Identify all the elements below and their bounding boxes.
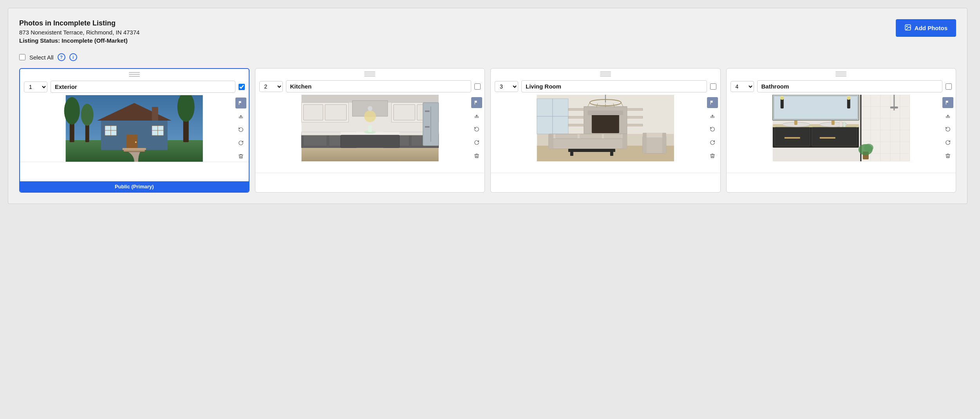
svg-point-5: [64, 97, 80, 125]
card-header: 12345: [727, 78, 956, 95]
svg-rect-27: [301, 146, 438, 161]
card-number-select[interactable]: 12345: [24, 81, 47, 92]
delete-button[interactable]: [471, 150, 482, 161]
delete-button[interactable]: [707, 150, 718, 161]
drag-handle[interactable]: [255, 69, 485, 78]
card-image-area: [727, 95, 956, 173]
svg-rect-97: [774, 127, 810, 146]
svg-point-35: [364, 110, 376, 122]
svg-rect-111: [839, 121, 842, 127]
drag-handle[interactable]: [727, 69, 956, 78]
card-actions: [471, 97, 482, 161]
svg-rect-104: [831, 120, 834, 125]
card-number-select[interactable]: 12345: [730, 81, 754, 92]
select-all-row: Select All ? i: [19, 53, 956, 61]
card-caption-area: [20, 162, 249, 181]
svg-point-7: [81, 104, 94, 126]
select-all-label: Select All: [29, 54, 54, 61]
delete-button[interactable]: [235, 151, 246, 162]
flag-button[interactable]: [235, 98, 246, 108]
svg-rect-64: [568, 108, 584, 110]
svg-rect-86: [570, 152, 573, 156]
listing-address: 873 Nonexistent Terrace, Richmond, IN 47…: [19, 29, 139, 36]
rotate-right-button[interactable]: [471, 137, 482, 148]
svg-rect-22: [124, 150, 145, 152]
card-number-select[interactable]: 12345: [259, 81, 283, 92]
page-title: Photos in Incomplete Listing: [19, 19, 139, 27]
svg-rect-21: [123, 148, 146, 150]
add-photos-icon: [904, 24, 911, 32]
flag-button[interactable]: [942, 97, 953, 108]
upload-button[interactable]: [471, 110, 482, 121]
svg-rect-112: [843, 122, 845, 127]
svg-point-129: [864, 144, 873, 152]
listing-status: Listing Status: Incomplete (Off-Market): [19, 37, 139, 44]
svg-point-36: [367, 106, 372, 111]
drag-handle[interactable]: [491, 69, 720, 78]
svg-rect-62: [592, 114, 619, 133]
card-label-input[interactable]: [521, 80, 707, 92]
svg-point-1: [906, 26, 907, 27]
rotate-right-button[interactable]: [942, 137, 953, 148]
svg-point-110: [846, 96, 850, 100]
flag-button[interactable]: [707, 97, 718, 108]
svg-rect-69: [627, 124, 643, 126]
svg-rect-32: [393, 105, 415, 120]
card-actions: [707, 97, 718, 161]
upload-button[interactable]: [707, 110, 718, 121]
rotate-left-button[interactable]: [471, 124, 482, 135]
card-image-area: [491, 95, 720, 173]
svg-rect-91: [662, 133, 666, 154]
cards-row: 12345: [19, 68, 956, 193]
rotate-left-button[interactable]: [942, 124, 953, 135]
rotate-left-button[interactable]: [707, 124, 718, 135]
svg-rect-85: [568, 149, 615, 152]
card-image-area: [20, 95, 249, 162]
svg-rect-66: [568, 124, 584, 126]
drag-handle[interactable]: [20, 69, 249, 78]
card-image: [255, 95, 485, 161]
svg-rect-87: [610, 152, 613, 156]
delete-button[interactable]: [942, 150, 953, 161]
upload-button[interactable]: [235, 111, 246, 122]
header-row: Photos in Incomplete Listing 873 Nonexis…: [19, 19, 956, 44]
rotate-left-button[interactable]: [235, 124, 246, 135]
card-caption-area: [727, 173, 956, 192]
svg-rect-103: [794, 120, 797, 125]
card-label-input[interactable]: [51, 81, 235, 93]
flag-button[interactable]: [471, 97, 482, 108]
svg-rect-51: [425, 126, 429, 128]
svg-rect-50: [425, 110, 429, 112]
card-checkbox[interactable]: [474, 83, 481, 90]
card-label-input[interactable]: [286, 80, 472, 92]
svg-rect-38: [303, 135, 327, 146]
upload-button[interactable]: [942, 110, 953, 121]
card-checkbox[interactable]: [946, 83, 952, 90]
rotate-right-button[interactable]: [235, 137, 246, 148]
svg-rect-106: [774, 96, 857, 119]
svg-rect-84: [604, 134, 622, 138]
card-number-select[interactable]: 12345: [495, 81, 518, 92]
svg-rect-65: [568, 116, 584, 118]
photo-card: 12345: [19, 68, 250, 193]
card-primary-footer: Public (Primary): [20, 181, 249, 192]
card-checkbox[interactable]: [239, 84, 245, 90]
rotate-right-button[interactable]: [707, 137, 718, 148]
card-image: [727, 95, 956, 161]
add-photos-button[interactable]: Add Photos: [896, 19, 956, 37]
svg-point-108: [780, 96, 784, 100]
help-icon[interactable]: ?: [58, 53, 65, 61]
header-info: Photos in Incomplete Listing 873 Nonexis…: [19, 19, 139, 44]
svg-rect-68: [627, 116, 643, 118]
card-checkbox[interactable]: [710, 83, 716, 90]
photo-card: 12345: [726, 68, 956, 193]
select-all-checkbox[interactable]: [19, 54, 25, 60]
card-label-input[interactable]: [757, 80, 943, 92]
page-wrapper: Photos in Incomplete Listing 873 Nonexis…: [8, 8, 967, 204]
svg-rect-53: [368, 125, 372, 132]
card-caption-area: [255, 173, 485, 192]
photo-card: 12345: [490, 68, 721, 193]
info-icon[interactable]: i: [69, 53, 77, 61]
svg-rect-99: [784, 137, 800, 139]
svg-rect-82: [556, 134, 577, 138]
